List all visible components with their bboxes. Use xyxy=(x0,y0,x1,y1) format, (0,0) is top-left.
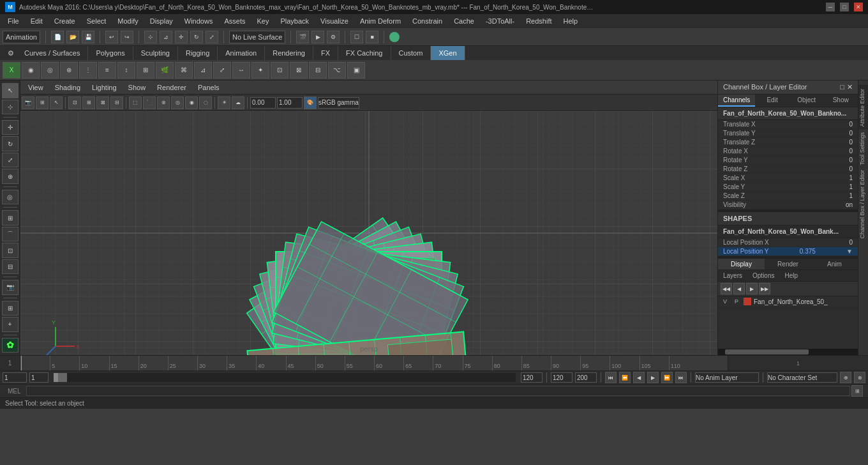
ipr-button[interactable]: ▶ xyxy=(311,31,324,43)
show-manipulator[interactable]: ⊞ xyxy=(2,301,19,316)
mode-dropdown[interactable]: Animation Modeling Rigging xyxy=(3,31,40,43)
current-frame-input[interactable] xyxy=(3,372,27,383)
vp-poly-mode2[interactable]: ⊞ xyxy=(82,96,95,109)
char-set-btn1[interactable]: ⊕ xyxy=(840,372,851,383)
value-expand-icon[interactable]: ▼ xyxy=(846,248,853,255)
open-scene-button[interactable]: 📂 xyxy=(66,31,79,43)
color-mode-btn[interactable]: 🎨 xyxy=(304,96,317,109)
animation-range-slider[interactable] xyxy=(54,373,516,382)
vp-shadow-btn[interactable]: ☁ xyxy=(232,96,244,109)
cb-tab-channels[interactable]: Channels xyxy=(718,95,755,107)
menu-cache[interactable]: Cache xyxy=(449,16,479,26)
vp-select-btn[interactable]: ↖ xyxy=(50,96,63,109)
mel-execute-btn[interactable]: ⊞ xyxy=(851,385,863,397)
menu-assets[interactable]: Assets xyxy=(219,16,250,26)
range-end2-input[interactable] xyxy=(575,372,597,383)
cb-tab-object[interactable]: Object xyxy=(789,95,824,107)
undo-button[interactable]: ↩ xyxy=(105,31,118,43)
module-settings-icon[interactable]: ⚙ xyxy=(5,49,17,57)
xgen-btn-11[interactable]: ⊿ xyxy=(194,62,212,79)
tool-settings-tab[interactable]: Tool Settings xyxy=(858,130,868,168)
xgen-btn-3[interactable]: ◎ xyxy=(41,62,59,79)
tab-polygons[interactable]: Polygons xyxy=(88,46,133,60)
menu-redshift[interactable]: Redshift xyxy=(521,16,557,26)
select-tool-left[interactable]: ↖ xyxy=(2,83,19,98)
menu-3dtoall[interactable]: -3DToAll- xyxy=(481,16,520,26)
tab-fx[interactable]: FX xyxy=(313,46,338,60)
anim-layer-dropdown[interactable]: No Anim Layer xyxy=(695,372,759,383)
layer-visibility[interactable]: V xyxy=(721,298,730,305)
menu-select[interactable]: Select xyxy=(82,16,112,26)
frame-start-input[interactable] xyxy=(29,372,49,383)
cb-tab-edit[interactable]: Edit xyxy=(755,95,789,107)
vp-poly-mode1[interactable]: ⊡ xyxy=(68,96,81,109)
range-end-input[interactable] xyxy=(551,372,572,383)
xgen-btn-13[interactable]: ↔ xyxy=(232,62,250,79)
xgen-icon[interactable]: ✿ xyxy=(2,338,19,353)
tab-fx-caching[interactable]: FX Caching xyxy=(338,46,391,60)
rotate-tool-left[interactable]: ↻ xyxy=(2,136,19,151)
channel-box-tab[interactable]: Channel Box / Layer Editor xyxy=(858,167,868,241)
layer-forward-btn[interactable]: ▶▶ xyxy=(759,283,770,294)
playback-prev-btn[interactable]: ◀ xyxy=(633,372,645,383)
playback-start-btn[interactable]: ⏮ xyxy=(605,372,617,383)
playback-fwd-btn[interactable]: ⏩ xyxy=(661,372,673,383)
scale-tool-left[interactable]: ⤢ xyxy=(2,153,19,168)
render-button[interactable]: 🎬 xyxy=(296,31,309,43)
vp-menu-lighting[interactable]: Lighting xyxy=(87,82,122,93)
display-tab-anim[interactable]: Anim xyxy=(811,259,858,270)
tab-xgen[interactable]: XGen xyxy=(431,46,465,60)
tab-curves-surfaces[interactable]: Curves / Surfaces xyxy=(17,46,88,60)
select-tool-button[interactable]: ⊹ xyxy=(144,31,157,43)
vp-menu-shading[interactable]: Shading xyxy=(50,82,86,93)
layer-backward-btn[interactable]: ◀◀ xyxy=(721,283,732,294)
xgen-btn-1[interactable]: X xyxy=(3,62,20,79)
char-set-btn2[interactable]: ⊗ xyxy=(854,372,865,383)
menu-windows[interactable]: Windows xyxy=(179,16,218,26)
menu-create[interactable]: Create xyxy=(49,16,80,26)
layers-tab-layers[interactable]: Layers xyxy=(718,270,747,281)
display-tab-display[interactable]: Display xyxy=(718,259,765,270)
vp-shading6[interactable]: ◌ xyxy=(199,96,212,109)
menu-playback[interactable]: Playback xyxy=(275,16,314,26)
camera-tool[interactable]: 📷 xyxy=(2,280,19,295)
xgen-btn-19[interactable]: ▣ xyxy=(347,62,365,79)
soft-mod-tool[interactable]: ◎ xyxy=(2,190,19,205)
character-set-dropdown[interactable]: No Character Set xyxy=(767,372,837,383)
xgen-btn-4[interactable]: ⊛ xyxy=(60,62,78,79)
vp-menu-panels[interactable]: Panels xyxy=(193,82,225,93)
playback-end-btn[interactable]: ⏭ xyxy=(675,372,687,383)
menu-visualize[interactable]: Visualize xyxy=(315,16,354,26)
menu-key[interactable]: Key xyxy=(251,16,274,26)
vp-menu-renderer[interactable]: Renderer xyxy=(152,82,191,93)
display-toggle2[interactable]: ■ xyxy=(366,31,378,43)
vp-shading5[interactable]: ◉ xyxy=(185,96,198,109)
display-toggle1[interactable]: ☐ xyxy=(350,31,363,43)
scene-view[interactable]: 50 50 Y X Z persp xyxy=(20,111,717,355)
tab-animation[interactable]: Animation xyxy=(218,46,265,60)
vp-light-btn[interactable]: ☀ xyxy=(218,96,230,109)
timeline-ruler[interactable]: 5101520253035404550556065707580859095100… xyxy=(20,356,728,370)
cb-expand-icon[interactable]: □ xyxy=(840,83,844,91)
menu-anim-deform[interactable]: Anim Deform xyxy=(355,16,406,26)
close-button[interactable]: ✕ xyxy=(854,3,863,11)
move-tool-left[interactable]: ✛ xyxy=(2,120,19,135)
display-tab-render[interactable]: Render xyxy=(765,259,811,270)
xgen-btn-9[interactable]: 🌿 xyxy=(156,62,174,79)
snap-to-surface[interactable]: ⊟ xyxy=(2,259,19,275)
xgen-btn-7[interactable]: ↕ xyxy=(117,62,135,79)
lasso-button[interactable]: ⊿ xyxy=(160,31,172,43)
xgen-btn-5[interactable]: ⋮ xyxy=(79,62,97,79)
vp-menu-show[interactable]: Show xyxy=(123,82,151,93)
tab-custom[interactable]: Custom xyxy=(391,46,431,60)
xgen-btn-12[interactable]: ⤢ xyxy=(213,62,231,79)
xgen-btn-2[interactable]: ◉ xyxy=(22,62,40,79)
vp-menu-view[interactable]: View xyxy=(23,82,49,93)
xgen-btn-10[interactable]: ⌘ xyxy=(175,62,193,79)
tab-sculpting[interactable]: Sculpting xyxy=(133,46,178,60)
exposure-input[interactable]: 0.00 xyxy=(250,97,276,109)
vp-poly-mode3[interactable]: ⊠ xyxy=(96,96,109,109)
vp-shading4[interactable]: ◎ xyxy=(171,96,184,109)
vp-fit-btn[interactable]: ⊞ xyxy=(36,96,49,109)
snap-to-grid[interactable]: ⊞ xyxy=(2,210,19,225)
